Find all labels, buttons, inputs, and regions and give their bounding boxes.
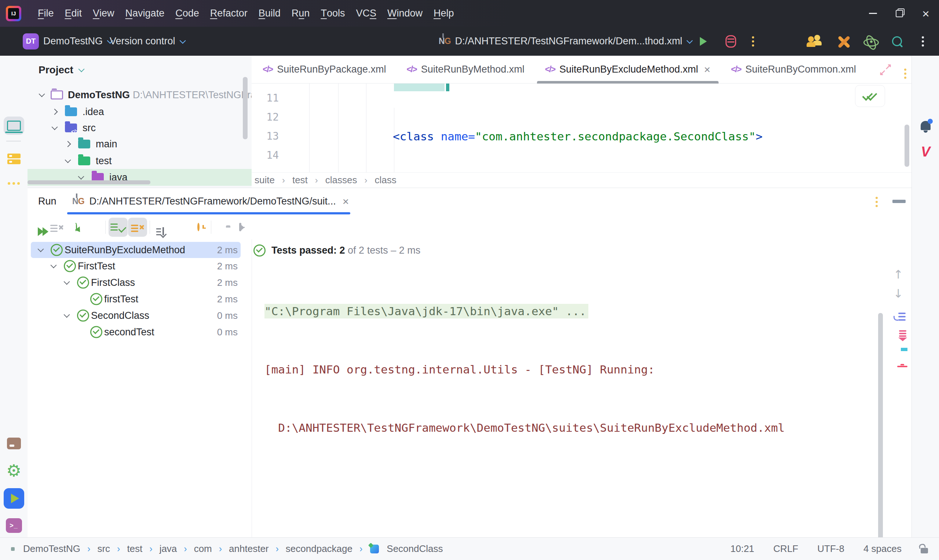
status-crumb[interactable]: secondpackage bbox=[286, 543, 353, 554]
scroll-up-button[interactable]: ↑ bbox=[894, 268, 904, 282]
divider bbox=[150, 221, 150, 234]
close-tab-icon[interactable]: × bbox=[704, 63, 711, 76]
chevron-down-icon bbox=[78, 66, 84, 72]
test-tree-row-firstclass[interactable]: FirstClass 2 ms bbox=[28, 274, 251, 291]
project-panel: Project DemoTestNG D:\ANHTESTER\TestNGFr… bbox=[28, 56, 252, 188]
menu-item-window[interactable]: Window bbox=[382, 5, 428, 22]
code-with-me-button[interactable] bbox=[807, 27, 823, 56]
tree-item-src[interactable]: </> src bbox=[28, 120, 251, 136]
indent-setting[interactable]: 4 spaces bbox=[863, 543, 902, 554]
menu-item-help[interactable]: Help bbox=[428, 5, 459, 22]
chevron-down-icon bbox=[64, 312, 70, 318]
test-tree-row-suite[interactable]: SuiteRunByExcludeMethod 2 ms bbox=[28, 242, 251, 258]
show-ignored-toggle[interactable] bbox=[128, 218, 147, 237]
minimize-window-button[interactable] bbox=[860, 0, 886, 27]
hide-panel-button[interactable] bbox=[893, 200, 906, 203]
main-menu-more-button[interactable] bbox=[922, 27, 924, 56]
file-encoding[interactable]: UTF-8 bbox=[817, 543, 844, 554]
test-tree-row-firsttest[interactable]: FirstTest 2 ms bbox=[28, 258, 251, 274]
history-button[interactable] bbox=[197, 224, 199, 231]
caret-position[interactable]: 10:21 bbox=[730, 543, 754, 554]
run-toolwindow-button[interactable] bbox=[0, 488, 28, 509]
close-run-tab-icon[interactable]: × bbox=[342, 195, 349, 208]
tab-suiterunbymethod[interactable]: </> SuiteRunByMethod.xml bbox=[396, 56, 534, 83]
plugin-toolwindow-button[interactable]: V bbox=[912, 144, 939, 160]
code-editor[interactable]: 11 12 13 14 <class name="com.anhtester.s… bbox=[251, 83, 911, 172]
status-crumb[interactable]: DemoTestNG bbox=[23, 543, 80, 554]
menu-item-navigate[interactable]: Navigate bbox=[120, 5, 170, 22]
console-output[interactable]: "C:\Program Files\Java\jdk-17\bin\java.e… bbox=[264, 263, 785, 560]
console-scrollbar[interactable] bbox=[878, 313, 883, 548]
inspections-widget[interactable] bbox=[855, 85, 885, 107]
tree-item-main[interactable]: main bbox=[28, 135, 251, 152]
vcs-widget[interactable]: Version control bbox=[109, 27, 184, 56]
rerun-failed-button[interactable] bbox=[50, 225, 63, 229]
test-tree-row-secondclass[interactable]: SecondClass 0 ms bbox=[28, 308, 251, 324]
intellij-logo-icon: IJ bbox=[6, 6, 21, 21]
menu-item-tools[interactable]: Tools bbox=[315, 5, 350, 22]
debug-button[interactable] bbox=[726, 27, 736, 56]
notifications-button[interactable] bbox=[912, 117, 939, 134]
build-tools-button[interactable] bbox=[836, 27, 853, 56]
menu-item-build[interactable]: Build bbox=[253, 5, 286, 22]
show-passed-toggle[interactable] bbox=[109, 218, 128, 237]
lock-icon[interactable] bbox=[920, 548, 928, 554]
status-crumb[interactable]: src bbox=[97, 543, 110, 554]
restore-window-button[interactable] bbox=[886, 0, 913, 27]
status-crumb[interactable]: anhtester bbox=[229, 543, 268, 554]
search-everywhere-button[interactable] bbox=[892, 27, 902, 56]
project-toolwindow-button[interactable] bbox=[0, 117, 28, 135]
settings-button[interactable]: ⚙ bbox=[0, 461, 28, 480]
menu-item-code[interactable]: Code bbox=[170, 5, 205, 22]
status-crumb[interactable]: test bbox=[127, 543, 142, 554]
menu-item-view[interactable]: View bbox=[87, 5, 120, 22]
test-tree-row-secondtest-method[interactable]: secondTest 0 ms bbox=[28, 324, 251, 340]
export-results-button[interactable] bbox=[239, 224, 241, 231]
tree-item-project-root[interactable]: DemoTestNG D:\ANHTESTER\TestNGFra bbox=[28, 86, 251, 103]
tree-item-idea[interactable]: .idea bbox=[28, 103, 251, 120]
tree-item-test[interactable]: test bbox=[28, 152, 251, 169]
vertical-scrollbar[interactable] bbox=[243, 77, 248, 139]
more-run-actions-button[interactable] bbox=[752, 27, 754, 56]
project-widget[interactable]: DT DemoTestNG bbox=[23, 27, 111, 56]
status-crumb[interactable]: com bbox=[194, 543, 212, 554]
run-options-kebab-icon[interactable] bbox=[876, 197, 878, 199]
terminal-toolwindow-button[interactable]: >_ bbox=[0, 517, 28, 534]
chevron-right-icon: › bbox=[365, 175, 367, 185]
commit-toolwindow-button[interactable] bbox=[0, 151, 28, 167]
rerun-button[interactable] bbox=[75, 224, 77, 231]
breadcrumb-class[interactable]: class bbox=[375, 174, 396, 186]
editor-options-kebab-icon[interactable] bbox=[904, 69, 907, 71]
breadcrumb-classes[interactable]: classes bbox=[325, 174, 357, 186]
test-passed-icon bbox=[51, 244, 63, 256]
run-tab[interactable]: NG D:/ANHTESTER/TestNGFramework/DemoTest… bbox=[72, 188, 349, 215]
ai-assistant-button[interactable] bbox=[863, 27, 880, 56]
run-button[interactable] bbox=[700, 27, 707, 56]
close-window-button[interactable]: × bbox=[913, 0, 939, 27]
menu-item-refactor[interactable]: Refactor bbox=[205, 5, 253, 22]
more-toolwindows-button[interactable] bbox=[0, 177, 28, 190]
line-separator[interactable]: CRLF bbox=[773, 543, 798, 554]
menu-item-vcs[interactable]: VCS bbox=[350, 5, 382, 22]
dependencies-toolwindow-button[interactable] bbox=[0, 436, 28, 451]
scroll-down-button[interactable]: ↓ bbox=[894, 286, 904, 300]
menu-item-file[interactable]: File bbox=[32, 5, 59, 22]
console-line: D:\ANHTESTER\TestNGFramework\DemoTestNG\… bbox=[264, 418, 785, 438]
editor-scrollbar[interactable] bbox=[905, 125, 909, 167]
status-crumb[interactable]: SecondClass bbox=[387, 543, 443, 554]
horizontal-scrollbar[interactable] bbox=[28, 180, 150, 185]
breadcrumb-suite[interactable]: suite bbox=[254, 174, 275, 186]
tab-suiterunbyexcludemethod[interactable]: </> SuiteRunByExcludeMethod.xml × bbox=[535, 56, 721, 83]
expand-editor-button[interactable]: ↗↙ bbox=[879, 63, 892, 76]
status-crumb[interactable]: java bbox=[160, 543, 177, 554]
run-panel-title[interactable]: Run bbox=[38, 188, 57, 215]
test-tree-row-firsttest-method[interactable]: firstTest 2 ms bbox=[28, 291, 251, 307]
breadcrumb-test[interactable]: test bbox=[292, 174, 308, 186]
run-configuration-selector[interactable]: NG D:/ANHTESTER/TestNGFramework/Dem...th… bbox=[439, 27, 691, 56]
status-bullet-icon bbox=[11, 547, 15, 551]
menu-item-run[interactable]: Run bbox=[286, 5, 315, 22]
menu-item-edit[interactable]: Edit bbox=[59, 5, 88, 22]
tab-suiterunbypackage[interactable]: </> SuiteRunByPackage.xml bbox=[252, 56, 396, 83]
project-panel-header[interactable]: Project bbox=[39, 64, 83, 76]
tab-suiterunbycommon[interactable]: </> SuiteRunByCommon.xml bbox=[721, 56, 867, 83]
